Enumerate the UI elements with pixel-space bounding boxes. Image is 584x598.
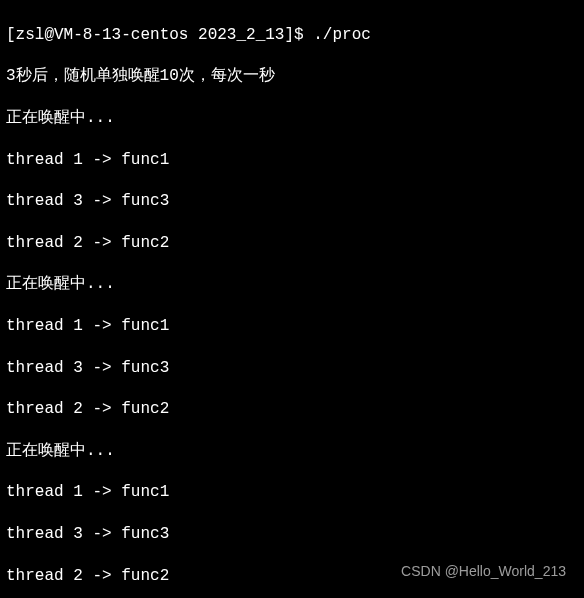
thread-line: thread 1 -> func1 [6, 316, 578, 337]
thread-line: thread 2 -> func2 [6, 233, 578, 254]
shell-prompt: [zsl@VM-8-13-centos 2023_2_13]$ [6, 26, 313, 44]
command-text: ./proc [313, 26, 371, 44]
intro-line: 3秒后，随机单独唤醒10次，每次一秒 [6, 66, 578, 87]
thread-line: thread 3 -> func3 [6, 524, 578, 545]
thread-line: thread 2 -> func2 [6, 399, 578, 420]
wakeup-line: 正在唤醒中... [6, 441, 578, 462]
thread-line: thread 3 -> func3 [6, 358, 578, 379]
thread-line: thread 1 -> func1 [6, 150, 578, 171]
terminal-output: [zsl@VM-8-13-centos 2023_2_13]$ ./proc 3… [6, 4, 578, 598]
wakeup-line: 正在唤醒中... [6, 108, 578, 129]
thread-line: thread 1 -> func1 [6, 482, 578, 503]
thread-line: thread 3 -> func3 [6, 191, 578, 212]
watermark-text: CSDN @Hello_World_213 [401, 562, 566, 580]
prompt-line[interactable]: [zsl@VM-8-13-centos 2023_2_13]$ ./proc [6, 25, 578, 46]
wakeup-line: 正在唤醒中... [6, 274, 578, 295]
